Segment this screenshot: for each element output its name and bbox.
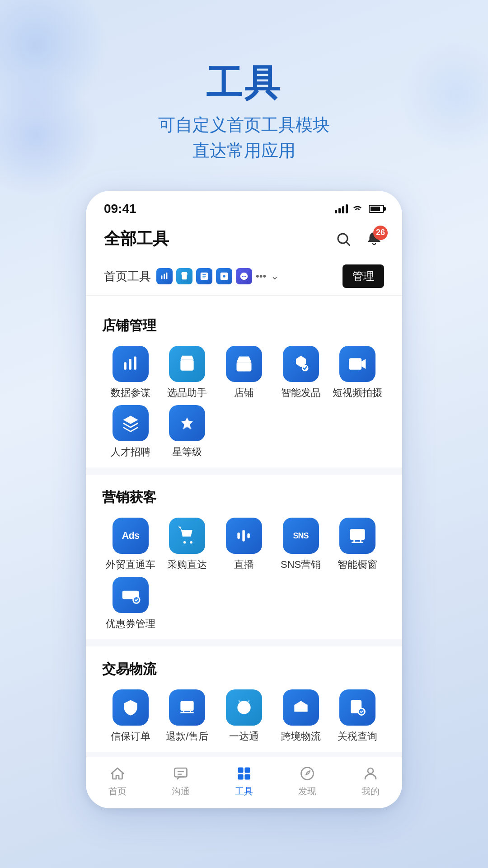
nav-label-tools: 工具: [235, 785, 253, 797]
nav-icon-tools: [235, 764, 253, 783]
tool-yidatong[interactable]: 一达通: [216, 689, 272, 743]
tool-icon-product-select: [169, 346, 205, 382]
svg-rect-24: [350, 529, 365, 540]
nav-icon-chat: [172, 764, 190, 783]
scroll-content: 店铺管理 数据参谋 选品助手: [86, 303, 402, 757]
svg-rect-36: [238, 774, 244, 779]
tool-icon-purchase-direct: [169, 518, 205, 554]
chevron-down-icon[interactable]: ⌄: [271, 270, 279, 282]
tool-data-param[interactable]: 数据参谋: [102, 346, 159, 400]
svg-rect-2: [161, 275, 163, 279]
wifi-icon: [352, 205, 362, 213]
svg-rect-33: [175, 768, 187, 777]
tool-icon-smart-product: [283, 346, 319, 382]
tool-product-select[interactable]: 选品助手: [159, 346, 216, 400]
tool-icon-sns: SNS: [283, 518, 319, 554]
tool-ads[interactable]: Ads 外贸直通车: [102, 518, 159, 571]
svg-point-6: [185, 276, 186, 278]
svg-text:•••: •••: [242, 274, 246, 279]
tool-icon-short-video: [339, 346, 375, 382]
mini-icon-2: [176, 268, 192, 284]
tool-icon-yidatong: [226, 689, 262, 726]
nav-discover[interactable]: 发现: [276, 764, 339, 797]
section-title-marketing: 营销获客: [102, 488, 386, 507]
tool-label-smart-window: 智能橱窗: [338, 558, 377, 571]
nav-icon-mine: [361, 764, 380, 783]
tool-label-yidatong: 一达通: [229, 730, 259, 743]
svg-point-38: [301, 767, 314, 779]
tool-label-credit-order: 信保订单: [111, 730, 150, 743]
svg-rect-12: [124, 362, 127, 370]
homepage-tools-label: 首页工具: [104, 269, 151, 284]
tool-cross-logistics[interactable]: 跨境物流: [272, 689, 329, 743]
notification-bell-wrapper: 26: [364, 229, 384, 249]
search-icon: [335, 231, 352, 247]
battery-icon: [369, 205, 384, 213]
section-title-store: 店铺管理: [102, 316, 386, 335]
nav-label-discover: 发现: [298, 785, 316, 797]
app-header: 全部工具 26: [86, 221, 402, 257]
nav-icon-discover: [298, 764, 316, 783]
svg-point-19: [183, 541, 186, 544]
svg-rect-34: [238, 767, 244, 773]
tool-sns[interactable]: SNS SNS营销: [272, 518, 329, 571]
svg-point-27: [124, 594, 127, 596]
nav-label-chat: 沟通: [172, 785, 190, 797]
tool-icon-tax-query: [339, 689, 375, 726]
tool-coupon-manage[interactable]: 优惠券管理: [102, 577, 159, 631]
svg-rect-18: [349, 358, 362, 370]
tool-label-smart-product: 智能发品: [281, 387, 321, 400]
tool-icon-talent-recruit: [113, 405, 149, 441]
section-title-trade: 交易物流: [102, 660, 386, 679]
tool-tax-query[interactable]: 关税查询: [329, 689, 386, 743]
mini-icon-1: [156, 268, 173, 284]
tool-icon-credit-order: [113, 689, 149, 726]
svg-rect-13: [129, 359, 131, 370]
nav-tools[interactable]: 工具: [212, 764, 276, 797]
tool-refund[interactable]: 退款/售后: [159, 689, 216, 743]
homepage-tools-bar: 首页工具 ••• ••• ⌄: [86, 257, 402, 296]
tool-label-cross-logistics: 跨境物流: [281, 730, 321, 743]
tool-smart-product[interactable]: 智能发品: [272, 346, 329, 400]
search-button[interactable]: [333, 229, 353, 249]
svg-rect-21: [237, 533, 240, 539]
svg-line-1: [347, 242, 350, 245]
nav-icon-home: [108, 764, 127, 783]
section-marketing: 营销获客 Ads 外贸直通车 采购直达: [86, 475, 402, 639]
svg-rect-25: [352, 532, 357, 535]
nav-mine[interactable]: 我的: [339, 764, 402, 797]
tool-grid-store: 数据参谋 选品助手 店铺: [102, 346, 386, 458]
section-trade-logistics: 交易物流 信保订单 退款/售后: [86, 646, 402, 752]
tool-label-purchase-direct: 采购直达: [167, 558, 207, 571]
tool-icon-cross-logistics: [283, 689, 319, 726]
tool-credit-order[interactable]: 信保订单: [102, 689, 159, 743]
svg-rect-14: [134, 357, 136, 370]
tool-star-level[interactable]: 星等级: [159, 405, 216, 459]
tool-label-coupon-manage: 优惠券管理: [106, 618, 155, 631]
nav-home[interactable]: 首页: [86, 764, 149, 797]
tool-short-video[interactable]: 短视频拍摄: [329, 346, 386, 400]
tool-talent-recruit[interactable]: 人才招聘: [102, 405, 159, 459]
tool-smart-window[interactable]: 智能橱窗: [329, 518, 386, 571]
tool-label-store: 店铺: [234, 387, 254, 400]
tools-mini-icons: ••• ••• ⌄: [156, 268, 337, 284]
manage-button[interactable]: 管理: [343, 264, 384, 288]
tool-purchase-direct[interactable]: 采购直达: [159, 518, 216, 571]
signal-icon: [335, 204, 348, 213]
tool-label-ads: 外贸直通车: [106, 558, 155, 571]
tool-label-sns: SNS营销: [281, 558, 321, 571]
svg-rect-3: [164, 274, 165, 279]
tool-icon-smart-window: [339, 518, 375, 554]
tool-grid-trade: 信保订单 退款/售后 一达通: [102, 689, 386, 743]
more-dots-icon: •••: [256, 270, 266, 282]
svg-point-20: [190, 541, 193, 544]
svg-rect-37: [245, 774, 250, 779]
mini-icon-5: •••: [236, 268, 252, 284]
tool-label-refund: 退款/售后: [166, 730, 208, 743]
nav-chat[interactable]: 沟通: [149, 764, 212, 797]
page-subtitle: 可自定义首页工具模块 直达常用应用: [158, 112, 330, 164]
tool-live[interactable]: 直播: [216, 518, 272, 571]
tool-icon-ads: Ads: [113, 518, 149, 554]
tool-store[interactable]: 店铺: [216, 346, 272, 400]
svg-rect-23: [247, 533, 250, 538]
